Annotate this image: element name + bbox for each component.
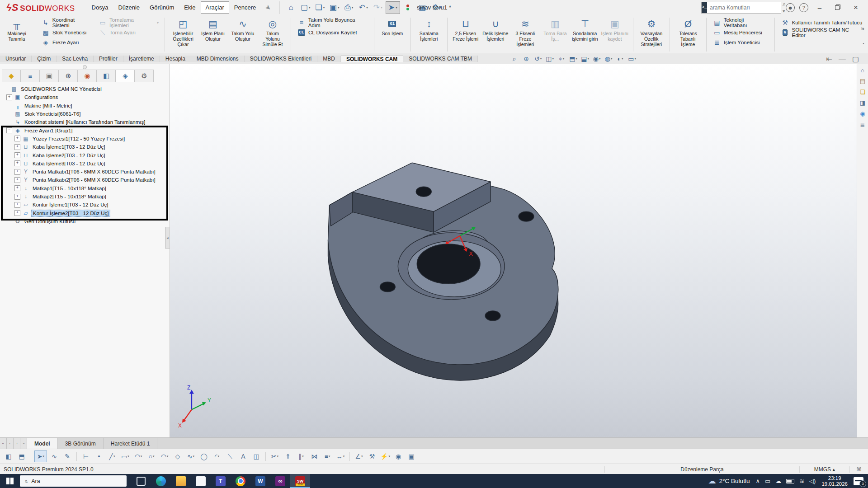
- tree-item[interactable]: +▱Kontur İşleme2[T03 - 12 Düz Uç]: [3, 209, 170, 217]
- tree-item[interactable]: ▩Stok Yöneticisi[6061-T6]: [3, 110, 170, 118]
- dimxpert-tab[interactable]: ⊕: [59, 70, 78, 82]
- expand-plus-icon[interactable]: +: [14, 160, 20, 166]
- start-button[interactable]: [0, 474, 20, 488]
- dropdown-arrow-icon[interactable]: ▾: [381, 5, 382, 9]
- expand-plus-icon[interactable]: +: [6, 94, 12, 100]
- doc-tab-3b-g-r-n-m[interactable]: 3B Görünüm: [58, 438, 104, 449]
- expand-plus-icon[interactable]: +: [14, 194, 20, 200]
- select-tool-icon[interactable]: ➤▾: [34, 450, 47, 462]
- plane-tool-icon[interactable]: ◫: [250, 451, 262, 462]
- task-view-taskbar-button[interactable]: [131, 474, 151, 488]
- panel-splitter-handle[interactable]: [0, 64, 170, 70]
- dropdown-arrow-icon[interactable]: ▾: [552, 57, 554, 61]
- measure-icon[interactable]: ⌖▾: [557, 54, 566, 63]
- wifi-icon[interactable]: ≋: [799, 478, 804, 484]
- dropdown-arrow-icon[interactable]: ▾: [153, 455, 155, 458]
- dropdown-arrow-icon[interactable]: ▾: [167, 455, 169, 458]
- dropdown-arrow-icon[interactable]: ▾: [388, 455, 390, 458]
- tab-mbd[interactable]: MBD: [317, 56, 341, 62]
- taskbar-weather[interactable]: ☁ 2°C Bulutlu: [708, 476, 750, 486]
- command-search[interactable]: >_ ⌕ ▾: [701, 2, 781, 14]
- line-tool-icon[interactable]: ╱▾: [106, 451, 118, 462]
- search-input[interactable]: [707, 5, 783, 11]
- dock-pane-icon[interactable]: ⇤: [826, 55, 832, 63]
- collapse-minus-icon[interactable]: −: [6, 127, 12, 133]
- expand-plus-icon[interactable]: +: [14, 169, 20, 175]
- expand-plus-icon[interactable]: +: [14, 185, 20, 191]
- taskbar-clock[interactable]: 23:19 19.01.2026: [821, 475, 848, 487]
- corner-rectangle-icon[interactable]: ▭▾: [119, 451, 131, 462]
- menu-araçlar[interactable]: Araçlar: [201, 1, 229, 14]
- sketch-icon[interactable]: ✎: [61, 451, 73, 462]
- dropdown-arrow-icon[interactable]: ▾: [343, 455, 345, 458]
- featuremanager-tab[interactable]: ◆: [2, 70, 21, 82]
- section-view-icon[interactable]: ◫▾: [545, 54, 555, 63]
- tree-item[interactable]: ♻Geri Dönüşüm Kutusu: [3, 217, 170, 225]
- doc-tab-nav-icon[interactable]: ›: [14, 438, 20, 449]
- tray-chevron-icon[interactable]: ∧: [755, 478, 760, 484]
- mill-setup-button[interactable]: ◈Freze Ayarı: [38, 38, 95, 47]
- store-taskbar-button[interactable]: [191, 474, 211, 488]
- tolerance-based-machining-button[interactable]: ØTolerans Tabanlı İşleme: [673, 16, 703, 53]
- tab-unsurlar[interactable]: Unsurlar: [0, 56, 32, 62]
- display-relations-icon[interactable]: ∠▾: [353, 451, 365, 462]
- tree-item[interactable]: −◈Freze Ayarı1 [Grup1]: [3, 126, 170, 134]
- resources-home-icon[interactable]: ⌂: [861, 67, 864, 74]
- doc-tab-nav-icon[interactable]: ‹: [7, 438, 14, 449]
- minimize-doc-icon[interactable]: —: [839, 55, 846, 63]
- tree-item[interactable]: +▦Yüzey Frezesi1[T12 - 50 Yüzey Frezesi]: [3, 135, 170, 143]
- solidworks-taskbar-button[interactable]: SW2024: [290, 474, 310, 488]
- dropdown-arrow-icon[interactable]: ▾: [323, 5, 325, 9]
- user-defined-tool-button[interactable]: ⚒Kullanıcı Tanımlı Takım/Tutucu: [778, 18, 866, 28]
- tab-i-aretleme[interactable]: İşaretleme: [123, 56, 160, 62]
- chamfer-tool-icon[interactable]: ⟍: [224, 451, 236, 462]
- hole-machining-button[interactable]: ∪Delik İşleme İşlemleri: [481, 16, 510, 53]
- dropdown-arrow-icon[interactable]: ▾: [366, 5, 368, 9]
- teams-taskbar-button[interactable]: T: [211, 474, 231, 488]
- dropdown-arrow-icon[interactable]: ▾: [396, 5, 397, 9]
- linear-pattern-icon[interactable]: ≡▾: [321, 451, 333, 462]
- open-icon[interactable]: ❏▾: [313, 2, 327, 14]
- doc-tab-model[interactable]: Model: [27, 438, 58, 449]
- expand-plus-icon[interactable]: +: [14, 144, 20, 150]
- view-settings-icon[interactable]: ▭▾: [627, 54, 637, 63]
- simulate-toolpath-button[interactable]: ◎Takım Yolunu Simüle Et: [258, 16, 288, 53]
- dropdown-arrow-icon[interactable]: ▾: [309, 5, 311, 9]
- home-icon[interactable]: ⌂: [284, 2, 298, 14]
- tab-hesapla[interactable]: Hesapla: [160, 56, 191, 62]
- expand-plus-icon[interactable]: +: [14, 210, 20, 216]
- slot-tool-icon[interactable]: ◠▾: [132, 451, 144, 462]
- operation-manager-button[interactable]: ≣İşlem Yöneticisi: [710, 38, 771, 47]
- smart-dimension-icon[interactable]: ⊢: [80, 451, 92, 462]
- point-tool-icon[interactable]: •: [93, 451, 105, 462]
- tab-sac-levha[interactable]: Sac Levha: [57, 56, 94, 62]
- options-list-icon[interactable]: ▤: [415, 2, 429, 14]
- tree-item[interactable]: +↓Matkap2[T15 - 10x118° Matkap]: [3, 192, 170, 201]
- tree-item[interactable]: ╥Makine [Mill - Metric]: [3, 102, 170, 110]
- restore-button[interactable]: [831, 4, 844, 11]
- generate-toolpath-button[interactable]: ∿Takım Yolu Oluştur: [228, 16, 258, 53]
- tag-icon[interactable]: ⌘: [849, 466, 868, 473]
- dropdown-arrow-icon[interactable]: ▾: [352, 5, 354, 9]
- coordinate-system-button[interactable]: ↳Koordinat Sistemi: [38, 18, 95, 28]
- custom-properties-icon[interactable]: ≣: [860, 121, 865, 128]
- move-entities-icon[interactable]: ↔▾: [335, 451, 346, 462]
- units-selector[interactable]: MMGS ▴: [799, 466, 849, 473]
- probe-operation-button[interactable]: ⊤Sondalama işlemini girin: [570, 16, 600, 53]
- dropdown-arrow-icon[interactable]: ▾: [599, 57, 601, 61]
- tree-item[interactable]: +▱Kontur İşleme1[T03 - 12 Düz Uç]: [3, 201, 170, 209]
- dropdown-arrow-icon[interactable]: ▾: [193, 455, 195, 458]
- print-icon[interactable]: ⎙▾: [342, 2, 356, 14]
- edge-taskbar-button[interactable]: [151, 474, 171, 488]
- expand-plus-icon[interactable]: +: [14, 177, 20, 183]
- tree-item[interactable]: +↓Matkap1[T15 - 10x118° Matkap]: [3, 184, 170, 192]
- text-tool-icon[interactable]: A: [237, 451, 249, 462]
- mirror-entities-icon[interactable]: ⋈: [308, 451, 320, 462]
- menu-ekle[interactable]: Ekle: [179, 1, 200, 14]
- fillet-tool-icon[interactable]: ◜▾: [211, 451, 223, 462]
- ribbon-collapse-icon[interactable]: ˆ: [863, 43, 864, 49]
- dropdown-arrow-icon[interactable]: ▾: [277, 455, 279, 458]
- offset-entities-icon[interactable]: ∥▾: [295, 451, 307, 462]
- restore-doc-icon[interactable]: ▢: [852, 55, 859, 63]
- circle-tool-icon[interactable]: ○▾: [146, 451, 157, 462]
